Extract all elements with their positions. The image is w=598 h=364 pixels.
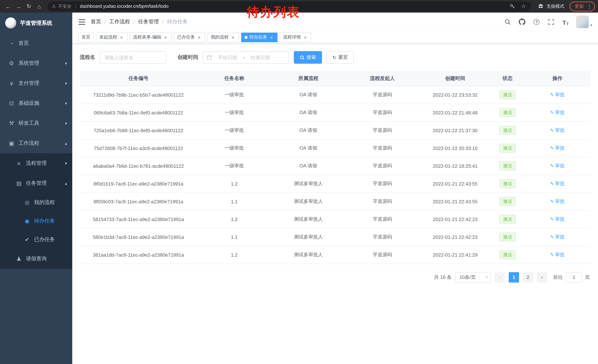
incognito-badge: 无痕模式 — [534, 3, 568, 9]
browser-reload-icon[interactable]: ↻ — [24, 1, 34, 11]
approve-link[interactable]: ✎审批 — [550, 234, 565, 240]
action-cell: ✎审批 — [524, 86, 590, 104]
start-date-input[interactable] — [214, 55, 241, 60]
table-row: 73211d9d-7b9b-11ec-b5b7-acde48001122一级审批… — [80, 86, 590, 104]
app-logo[interactable]: 芋道管理系统 — [0, 13, 72, 33]
breadcrumb-item[interactable]: 任务管理 — [138, 18, 159, 25]
font-size-icon[interactable]: TT — [562, 18, 569, 26]
approve-link[interactable]: ✎审批 — [550, 198, 565, 204]
leave-query-icon: ♟ — [15, 256, 23, 262]
approve-link[interactable]: ✎审批 — [550, 163, 565, 169]
status-badge: 激活 — [499, 90, 516, 99]
end-date-input[interactable] — [247, 55, 274, 60]
breadcrumb: 首页/工作流程/任务管理/待办任务 — [91, 18, 188, 25]
task-id-cell: 8f059c03-7ac8-11ec-a9e2-a2380e71991a — [80, 193, 197, 210]
tab-流程表单-编辑[interactable]: 流程表单-编辑× — [130, 32, 172, 42]
sidebar-item-leave-query[interactable]: ♟请假查询 — [0, 249, 72, 269]
status-badge: 激活 — [499, 233, 516, 242]
action-cell: ✎审批 — [524, 175, 590, 193]
goto-page-input[interactable] — [566, 272, 582, 282]
close-icon[interactable]: × — [231, 35, 236, 40]
approve-link[interactable]: ✎审批 — [550, 181, 565, 186]
sidebar-item-payment[interactable]: ¥支付管理▾ — [0, 73, 72, 93]
close-icon[interactable]: × — [303, 35, 308, 40]
browser-home-icon[interactable]: ⌂ — [34, 1, 44, 11]
breadcrumb-item[interactable]: 首页 — [91, 18, 101, 25]
sidebar-item-workflow[interactable]: ▣工作流程▴ — [0, 133, 72, 153]
page-button-2[interactable]: 2 — [523, 272, 533, 282]
page-size-select[interactable]: 10条/页 ▾ — [455, 272, 491, 282]
approve-link[interactable]: ✎审批 — [550, 216, 565, 222]
tab-label: 首页 — [82, 34, 91, 40]
app-title: 芋道管理系统 — [20, 19, 52, 26]
approve-link[interactable]: ✎审批 — [550, 92, 565, 97]
calendar-icon — [207, 55, 212, 60]
approve-link[interactable]: ✎审批 — [550, 127, 565, 133]
tab-label: 发起流程 — [99, 34, 117, 40]
annotation-text: 待办列表 — [247, 4, 300, 21]
sidebar-item-dev-tools[interactable]: ⚒研发工具▾ — [0, 113, 72, 133]
tab-label: 已办任务 — [177, 34, 195, 40]
search-icon[interactable] — [504, 18, 512, 26]
hamburger-icon[interactable] — [78, 18, 86, 26]
tab-待办任务[interactable]: 待办任务× — [241, 32, 277, 42]
table-row: 580e1b3d-7ac8-11ec-a9e2-a2380e71991a1.1测… — [80, 228, 590, 246]
sidebar-item-done-task[interactable]: ✔已办任务 — [0, 230, 72, 249]
close-icon[interactable]: × — [119, 35, 124, 40]
process-name-input[interactable] — [100, 51, 166, 64]
column-header: 流程发起人 — [345, 71, 419, 86]
process-cell: 测试多审批人 — [271, 246, 345, 264]
prev-page-button[interactable]: ‹ — [495, 272, 505, 282]
edit-icon: ✎ — [550, 163, 554, 169]
action-cell: ✎审批 — [524, 121, 590, 139]
infrastructure-icon: ⊡ — [8, 100, 16, 107]
sidebar-item-todo-task[interactable]: ◉待办任务 — [0, 212, 72, 230]
fullscreen-icon[interactable] — [548, 18, 555, 26]
tab-我的流程[interactable]: 我的流程× — [208, 32, 239, 42]
help-icon[interactable]: ? — [533, 18, 540, 26]
search-button[interactable]: 搜索 — [294, 51, 322, 64]
browser-forward-icon[interactable]: → — [13, 1, 24, 11]
tab-流程详情[interactable]: 流程详情× — [280, 32, 311, 42]
approve-link[interactable]: ✎审批 — [550, 252, 565, 257]
sidebar-item-my-process[interactable]: ◎我的流程 — [0, 193, 72, 212]
approve-link[interactable]: ✎审批 — [550, 145, 565, 151]
task-table-body: 73211d9d-7b9b-11ec-b5b7-acde48001122一级审批… — [80, 86, 590, 264]
tab-已办任务[interactable]: 已办任务× — [174, 32, 205, 42]
page-button-1[interactable]: 1 — [509, 272, 519, 282]
browser-back-icon[interactable]: ← — [3, 1, 13, 11]
sidebar-item-gear[interactable]: ⚙系统管理▾ — [0, 53, 72, 73]
breadcrumb-item[interactable]: 工作流程 — [109, 18, 130, 25]
status-cell: 激活 — [491, 210, 524, 228]
pagination: 共 16 条 10条/页 ▾ ‹ 12 › 前往 页 — [80, 272, 590, 282]
key-icon[interactable] — [508, 4, 517, 9]
done-task-icon: ✔ — [23, 236, 31, 243]
page-size-value: 10条/页 — [459, 274, 476, 281]
bookmark-star-icon[interactable]: ☆ — [519, 3, 528, 9]
update-button[interactable]: 更新 ⋮ — [569, 1, 595, 11]
create-time-cell: 2022-01-21 22:41:29 — [419, 246, 491, 264]
tab-发起流程[interactable]: 发起流程× — [96, 32, 127, 42]
github-icon[interactable] — [519, 18, 526, 26]
sidebar-item-infrastructure[interactable]: ⊡基础设施▾ — [0, 93, 72, 113]
close-icon[interactable]: × — [163, 35, 168, 40]
sidebar-item-dashboard[interactable]: ◔首页 — [0, 33, 72, 53]
approve-link[interactable]: ✎审批 — [550, 110, 565, 115]
date-range-picker[interactable]: - — [203, 51, 289, 64]
next-page-button[interactable]: › — [537, 272, 547, 282]
sidebar-item-process-mgmt[interactable]: ≡流程管理▾ — [0, 153, 72, 173]
tab-首页[interactable]: 首页 — [78, 32, 94, 42]
action-cell: ✎审批 — [524, 139, 590, 157]
process-cell: OA 请假 — [271, 157, 345, 175]
close-icon[interactable]: × — [197, 35, 202, 40]
font-size-big-glyph: T — [562, 20, 566, 26]
user-avatar-menu[interactable]: ▾ — [576, 16, 592, 28]
close-icon[interactable]: × — [269, 35, 274, 40]
sidebar-item-task-mgmt[interactable]: ▤任务管理▴ — [0, 173, 72, 193]
reset-button[interactable]: ↻ 重置 — [326, 51, 354, 64]
browser-menu-icon[interactable]: ⋮ — [587, 4, 592, 9]
column-header: 所属流程 — [271, 71, 345, 86]
sidebar-item-label: 待办任务 — [34, 218, 67, 224]
goto-suffix: 页 — [585, 274, 590, 281]
create-time-label: 创建时间 — [177, 54, 198, 61]
